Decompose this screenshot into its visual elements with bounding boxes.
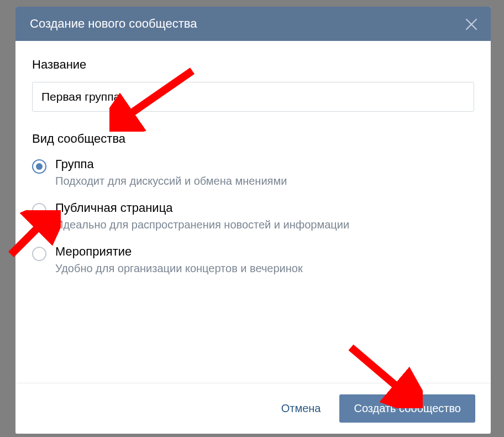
radio-icon <box>32 247 46 261</box>
type-option-event[interactable]: Мероприятие Удобно для организации конце… <box>32 244 474 276</box>
radio-icon <box>32 159 46 174</box>
radio-title: Группа <box>55 157 474 171</box>
radio-icon <box>32 203 46 217</box>
dialog-footer: Отмена Создать сообщество <box>15 383 491 434</box>
close-icon[interactable] <box>465 17 477 30</box>
type-option-public-page[interactable]: Публичная страница Идеально для распрост… <box>32 201 474 232</box>
radio-desc: Удобно для организации концертов и вечер… <box>55 261 474 276</box>
dialog-body: Название Вид сообщества Группа Подходит … <box>15 41 491 383</box>
create-community-dialog: Создание нового сообщества Название Вид … <box>15 7 491 434</box>
type-option-group[interactable]: Группа Подходит для дискуссий и обмена м… <box>32 157 474 189</box>
dialog-header: Создание нового сообщества <box>15 7 491 41</box>
radio-desc: Идеально для распространения новостей и … <box>55 217 474 232</box>
radio-content: Мероприятие Удобно для организации конце… <box>55 244 474 276</box>
radio-content: Публичная страница Идеально для распрост… <box>55 201 474 232</box>
create-button[interactable]: Создать сообщество <box>339 394 475 423</box>
radio-title: Мероприятие <box>55 244 474 259</box>
cancel-button[interactable]: Отмена <box>276 396 327 422</box>
community-name-input[interactable] <box>32 82 474 112</box>
radio-desc: Подходит для дискуссий и обмена мнениями <box>55 174 474 189</box>
radio-content: Группа Подходит для дискуссий и обмена м… <box>55 157 474 189</box>
type-label: Вид сообщества <box>32 132 474 146</box>
dialog-title: Создание нового сообщества <box>30 17 197 31</box>
name-label: Название <box>32 58 474 72</box>
radio-title: Публичная страница <box>55 201 474 215</box>
